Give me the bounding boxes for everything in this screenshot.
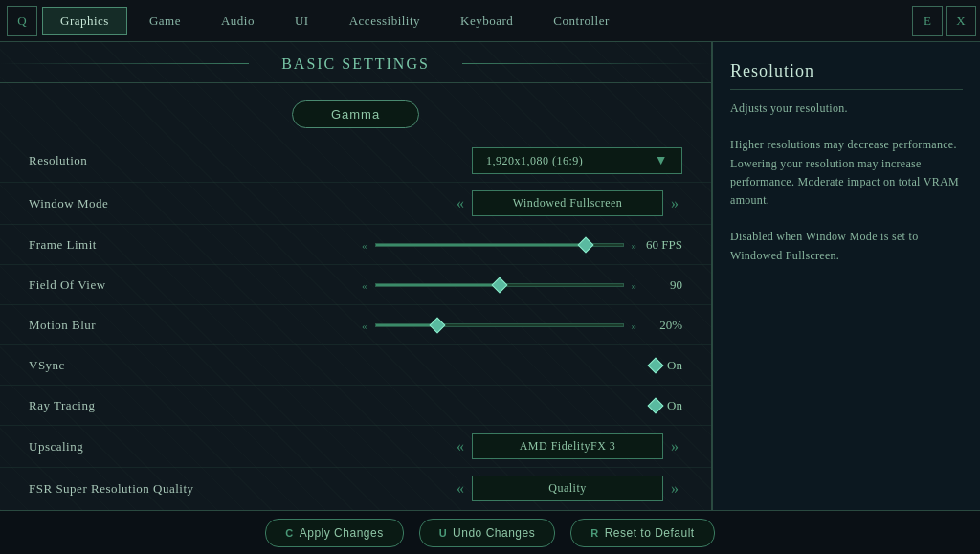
tab-audio[interactable]: Audio (203, 7, 273, 35)
tab-controller[interactable]: Controller (535, 7, 627, 35)
fsr-right-arrow[interactable]: » (667, 480, 682, 498)
info-text-line2: Higher resolutions may decrease performa… (730, 138, 959, 207)
frame-limit-fill (376, 244, 586, 246)
motion-blur-thumb[interactable] (430, 317, 446, 333)
upscaling-left-arrow[interactable]: « (453, 438, 468, 455)
setting-row-fov: Field Of View « » 90 (0, 265, 711, 305)
gamma-button[interactable]: Gamma (292, 100, 419, 128)
frame-limit-control: « » 60 FPS (220, 237, 682, 253)
frame-limit-slider[interactable] (375, 243, 624, 247)
fsr-control: « Quality » (220, 476, 682, 501)
setting-row-motion-blur: Motion Blur « » 20% (0, 305, 711, 345)
info-text-line3: Disabled when Window Mode is set to Wind… (730, 230, 918, 261)
frame-limit-label: Frame Limit (29, 237, 220, 253)
close-icon[interactable]: X (946, 6, 976, 36)
q-icon[interactable]: Q (7, 6, 37, 36)
section-title-wrap: Basic Settings (0, 42, 711, 83)
vsync-label: VSync (29, 358, 220, 373)
main-content: Basic Settings Gamma Resolution 1,920x1,… (0, 42, 980, 510)
setting-row-frame-limit: Frame Limit « » 60 FPS (0, 225, 711, 265)
motion-blur-right-arrows[interactable]: » (632, 320, 637, 331)
tab-graphics[interactable]: Graphics (42, 7, 127, 35)
vsync-control: On (220, 358, 682, 373)
ray-tracing-control: On (220, 398, 682, 413)
tab-ui[interactable]: UI (277, 7, 327, 35)
window-mode-left-arrow[interactable]: « (453, 195, 468, 212)
e-icon[interactable]: E (912, 6, 943, 36)
window-mode-right-arrow[interactable]: » (667, 195, 682, 212)
motion-blur-left-arrows[interactable]: « (362, 320, 368, 331)
resolution-value: 1,920x1,080 (16:9) (486, 154, 583, 168)
settings-scroll[interactable]: Gamma Resolution 1,920x1,080 (16:9) ▼ Wi… (0, 83, 711, 503)
left-panel: Basic Settings Gamma Resolution 1,920x1,… (0, 42, 712, 510)
vsync-value: On (667, 358, 682, 373)
fsr-value: Quality (472, 476, 663, 501)
fov-left-arrows[interactable]: « (362, 279, 368, 291)
upscaling-right-arrow[interactable]: » (667, 438, 682, 455)
setting-row-window-mode: Window Mode « Windowed Fullscreen » (0, 183, 711, 225)
fov-value: 90 (644, 277, 682, 293)
top-nav: Q Graphics Game Audio UI Accessibility K… (0, 0, 980, 42)
fov-control: « » 90 (220, 277, 682, 293)
apply-label: Apply Changes (300, 526, 384, 540)
motion-blur-label: Motion Blur (29, 318, 220, 333)
frame-limit-right-arrows[interactable]: » (632, 239, 637, 251)
frame-limit-value: 60 FPS (644, 237, 682, 253)
setting-row-upscaling: Upscaling « AMD FidelityFX 3 » (0, 426, 711, 468)
motion-blur-value: 20% (644, 318, 682, 333)
tab-keyboard[interactable]: Keyboard (442, 7, 531, 35)
upscaling-value: AMD FidelityFX 3 (472, 433, 663, 459)
fov-fill (376, 284, 500, 286)
tab-game[interactable]: Game (131, 7, 199, 35)
upscaling-control: « AMD FidelityFX 3 » (220, 433, 682, 459)
setting-row-fsr: FSR Super Resolution Quality « Quality » (0, 468, 711, 503)
upscaling-label: Upscaling (29, 439, 220, 454)
reset-key: R (590, 527, 598, 539)
resolution-label: Resolution (29, 153, 220, 168)
bottom-bar: C Apply Changes U Undo Changes R Reset t… (0, 510, 980, 554)
resolution-control: 1,920x1,080 (16:9) ▼ (220, 147, 682, 174)
fsr-left-arrow[interactable]: « (453, 480, 468, 498)
undo-changes-button[interactable]: U Undo Changes (419, 519, 556, 547)
reset-to-default-button[interactable]: R Reset to Default (570, 519, 715, 547)
setting-row-resolution: Resolution 1,920x1,080 (16:9) ▼ (0, 140, 711, 183)
fov-right-arrows[interactable]: » (632, 279, 637, 291)
resolution-dropdown[interactable]: 1,920x1,080 (16:9) ▼ (472, 147, 682, 174)
vsync-toggle-icon[interactable] (648, 357, 664, 373)
undo-key: U (439, 527, 447, 539)
frame-limit-left-arrows[interactable]: « (362, 239, 368, 251)
ray-tracing-label: Ray Tracing (29, 398, 220, 413)
window-mode-label: Window Mode (29, 196, 220, 211)
window-mode-value: Windowed Fullscreen (472, 190, 663, 216)
undo-label: Undo Changes (453, 526, 535, 540)
fov-thumb[interactable] (491, 277, 507, 293)
reset-label: Reset to Default (605, 526, 695, 540)
motion-blur-control: « » 20% (220, 318, 682, 333)
frame-limit-thumb[interactable] (577, 236, 593, 253)
dropdown-arrow-icon: ▼ (655, 153, 668, 168)
apply-changes-button[interactable]: C Apply Changes (265, 519, 403, 547)
section-title: Basic Settings (0, 42, 711, 83)
setting-row-vsync: VSync On (0, 345, 711, 386)
setting-row-ray-tracing: Ray Tracing On (0, 386, 711, 426)
ray-tracing-toggle-icon[interactable] (648, 397, 664, 413)
motion-blur-slider[interactable] (375, 323, 624, 327)
tab-accessibility[interactable]: Accessibility (331, 7, 438, 35)
window-mode-control: « Windowed Fullscreen » (220, 190, 682, 216)
info-title: Resolution (730, 61, 963, 90)
ray-tracing-value: On (667, 398, 682, 413)
info-text: Adjusts your resolution. Higher resoluti… (730, 100, 963, 265)
fov-label: Field Of View (29, 277, 220, 293)
apply-key: C (285, 527, 293, 539)
fsr-label: FSR Super Resolution Quality (29, 481, 220, 497)
info-text-line1: Adjusts your resolution. (730, 101, 848, 115)
gamma-row: Gamma (0, 93, 711, 140)
fov-slider[interactable] (375, 283, 624, 287)
right-panel: Resolution Adjusts your resolution. High… (712, 42, 980, 510)
